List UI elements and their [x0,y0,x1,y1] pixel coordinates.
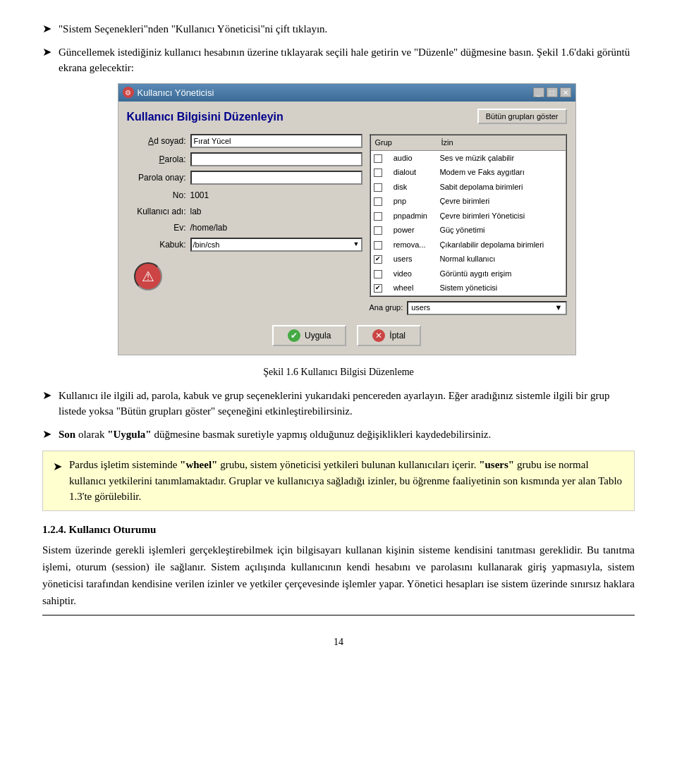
ev-row: Ev: /home/lab [127,221,362,234]
apply-icon: ✔ [288,329,300,342]
no-value: 1001 [190,189,209,202]
avatar[interactable]: ⚠ [134,262,162,290]
son-bold: Son [59,429,75,440]
group-checkbox-cell[interactable] [370,281,391,296]
group-checkbox-cell[interactable] [370,165,391,180]
bullet-arrow-1: ➤ [42,22,51,35]
show-groups-button[interactable]: Bütün grupları göster [477,109,567,124]
bullet-item-1: ➤ "Sistem Seçenekleri"nden "Kullanıcı Yö… [42,21,635,37]
group-name-cell: power [391,223,437,238]
group-izin-cell: Modem ve Faks aygıtları [437,165,566,180]
group-checkbox[interactable] [374,226,382,235]
group-checkbox[interactable] [374,212,382,221]
group-table-row: powerGüç yönetimi [370,223,566,238]
group-name-cell: pnp [391,194,437,209]
parola-label: Parola: [127,153,190,166]
parola-onay-input[interactable] [190,171,362,185]
bullet-arrow-5: ➤ [53,458,62,476]
group-checkbox[interactable] [374,284,382,293]
group-izin-cell: Çevre birimleri [437,194,566,209]
kabuk-row: Kabuk: /bin/csh ▼ [127,238,362,252]
kullanici-adi-value: lab [190,205,202,218]
apply-button[interactable]: ✔ Uygula [272,325,346,346]
maximize-button[interactable]: □ [547,87,558,97]
apply-label: Uygula [305,331,331,341]
adsoyad-row: Ad soyad: [127,134,362,148]
group-table-row: usersNormal kullanıcı [370,252,566,267]
group-name-cell: remova... [391,238,437,252]
group-izin-cell: Sistem yöneticisi [437,281,566,296]
window-controls[interactable]: _ □ ✕ [533,87,571,97]
group-checkbox-cell[interactable] [370,150,391,165]
group-table-row: remova...Çıkarılabilir depolama birimler… [370,238,566,252]
group-checkbox[interactable] [374,169,382,177]
bullet-text-1: "Sistem Seçenekleri"nden "Kullanıcı Yöne… [59,21,635,37]
group-izin-cell: Güç yönetimi [437,223,566,238]
highlight-text: Pardus işletim sisteminde "wheel" grubu,… [69,457,624,505]
kullanici-adi-label: Kullanıcı adı: [127,205,190,218]
group-izin-cell: Sabit depolama birimleri [437,180,566,195]
group-checkbox-cell[interactable] [370,223,391,238]
titlebar-left: ⚙ Kullanıcı Yöneticisi [123,86,214,100]
group-checkbox-cell[interactable] [370,194,391,209]
kabuk-value: /bin/csh [193,239,220,251]
bullet-arrow-2: ➤ [42,45,51,59]
group-name-cell: dialout [391,165,437,180]
paragraph-2-text: Son olarak "Uygula" düğmesine basmak sur… [59,427,635,443]
group-checkbox[interactable] [374,183,382,192]
no-label: No: [127,189,190,202]
minimize-button[interactable]: _ [533,87,544,97]
ana-grup-row: Ana grup: users ▼ [370,301,567,315]
group-checkbox-cell[interactable] [370,180,391,195]
window-icon: ⚙ [123,87,134,98]
ana-grup-label: Ana grup: [370,302,403,314]
parola-onay-label: Parola onay: [127,171,190,184]
no-row: No: 1001 [127,189,362,202]
group-checkbox-cell[interactable] [370,238,391,252]
group-checkbox[interactable] [374,270,382,278]
window-title: Kullanıcı Yöneticisi [138,86,214,100]
parola-input[interactable] [190,152,362,166]
group-izin-cell: Çıkarılabilir depolama birimleri [437,238,566,252]
group-izin-cell: Normal kullanıcı [437,252,566,267]
cancel-icon: ✕ [372,329,385,342]
figure-caption: Şekil 1.6 Kullanıcı Bilgisi Düzenleme [42,367,635,378]
group-table-row: pnpadminÇevre birimleri Yöneticisi [370,209,566,223]
window-titlebar: ⚙ Kullanıcı Yöneticisi _ □ ✕ [118,84,575,102]
wheel-bold: "wheel" [180,459,217,470]
group-name-cell: video [391,267,437,281]
paragraph-1-item: ➤ Kullanıcı ile ilgili ad, parola, kabuk… [42,388,635,419]
ana-grup-select[interactable]: users ▼ [407,301,566,315]
group-name-cell: audio [391,150,437,165]
kullanici-adi-row: Kullanıcı adı: lab [127,205,362,218]
group-checkbox-cell[interactable] [370,252,391,267]
adsoyad-input[interactable] [190,134,362,148]
form-title: Kullanıcı Bilgisini Düzenleyin [127,109,283,125]
group-name-cell: users [391,252,437,267]
page-separator [42,615,635,615]
group-checkbox-cell[interactable] [370,209,391,223]
paragraph-1-text: Kullanıcı ile ilgili ad, parola, kabuk v… [59,388,635,419]
group-checkbox[interactable] [374,154,382,163]
ev-label: Ev: [127,221,190,234]
group-checkbox[interactable] [374,197,382,206]
group-table-row: wheelSistem yöneticisi [370,281,566,296]
kabuk-dropdown-arrow: ▼ [353,240,360,250]
cancel-button[interactable]: ✕ İptal [357,325,421,346]
section-title: Kullanıcı Oturumu [69,524,157,535]
bullet-arrow-4: ➤ [42,427,51,441]
group-checkbox[interactable] [374,255,382,264]
ev-value: /home/lab [190,221,228,234]
bullet-arrow-3: ➤ [42,388,51,402]
group-table-header: Grup İzin [370,135,566,150]
group-checkbox-cell[interactable] [370,267,391,281]
group-izin-cell: Çevre birimleri Yöneticisi [437,209,566,223]
right-panel: Grup İzin audioSes ve müzik çalabilirdia… [370,134,567,315]
close-button[interactable]: ✕ [560,87,571,97]
group-checkbox[interactable] [374,241,382,250]
kabuk-select[interactable]: /bin/csh ▼ [190,238,362,252]
top-bar: Kullanıcı Bilgisini Düzenleyin Bütün gru… [127,109,567,125]
group-table-row: videoGörüntü aygıtı erişim [370,267,566,281]
group-table-row: dialoutModem ve Faks aygıtları [370,165,566,180]
group-name-cell: pnpadmin [391,209,437,223]
